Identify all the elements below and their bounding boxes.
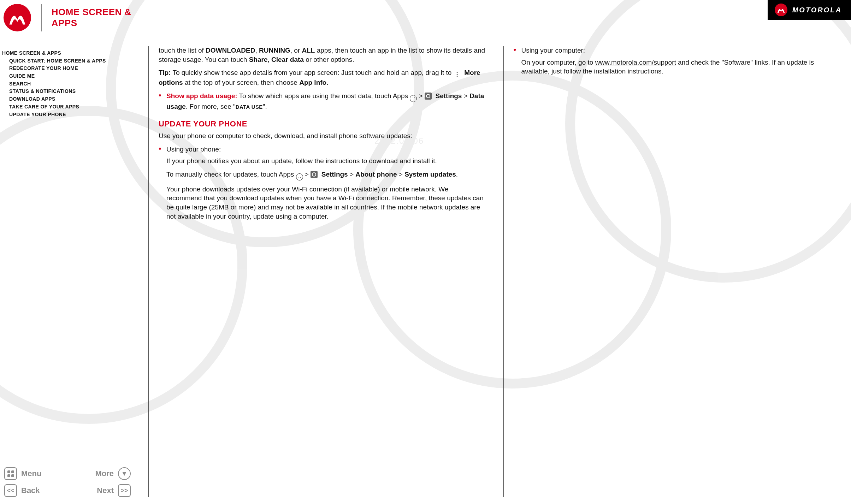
update-your-phone-heading: UPDATE YOUR PHONE (159, 119, 486, 129)
brand-name: MOTOROLA (792, 6, 842, 14)
page-title: HOME SCREEN & APPS (52, 7, 141, 29)
sidebar-item-search[interactable]: SEARCH (2, 80, 138, 88)
more-options-icon: ⋮ (454, 71, 461, 78)
tip-paragraph: Tip: To quickly show these app details f… (159, 68, 486, 87)
phone-update-p1: If your phone notifies you about an upda… (166, 156, 486, 166)
sidebar-item-take-care[interactable]: TAKE CARE OF YOUR APPS (2, 103, 138, 111)
next-button[interactable]: Next >> (71, 484, 131, 497)
more-label: More (95, 469, 114, 478)
sidebar-item-quick-start[interactable]: QUICK START: HOME SCREEN & APPS (2, 57, 138, 65)
header-left: HOME SCREEN & APPS (0, 0, 141, 35)
sidebar-item-update[interactable]: UPDATE YOUR PHONE (2, 111, 138, 119)
menu-label: Menu (21, 469, 41, 478)
phone-update-p3: Your phone downloads updates over your W… (166, 185, 486, 221)
motorola-logo-icon (4, 4, 31, 31)
more-button[interactable]: More ▼ (71, 467, 131, 480)
column-2: Using your computer: On your computer, g… (503, 46, 844, 497)
update-intro: Use your phone or computer to check, dow… (159, 131, 486, 141)
back-icon: << (4, 484, 17, 497)
using-your-phone-item: Using your phone: If your phone notifies… (159, 145, 486, 221)
menu-button[interactable]: Menu (4, 467, 64, 480)
sidebar-item-guide-me[interactable]: GUIDE ME (2, 72, 138, 80)
sidebar-item-redecorate[interactable]: REDECORATE YOUR HOME (2, 65, 138, 72)
phone-update-p2: To manually check for updates, touch App… (166, 170, 486, 180)
back-label: Back (21, 486, 40, 495)
sidebar-heading[interactable]: HOME SCREEN & APPS (2, 49, 138, 57)
more-icon: ▼ (118, 467, 131, 480)
header-right: MOTOROLA (141, 0, 851, 35)
using-your-computer-item: Using your computer: On your computer, g… (514, 46, 841, 76)
motorola-logo-small-icon (775, 4, 787, 16)
computer-update-p: On your computer, go to www.motorola.com… (521, 58, 841, 76)
footer-nav: Menu More ▼ << Back Next >> (0, 469, 141, 504)
sidebar-item-status[interactable]: STATUS & NOTIFICATIONS (2, 88, 138, 95)
header-divider (41, 4, 42, 31)
next-label: Next (97, 486, 114, 495)
column-1: touch the list of DOWNLOADED, RUNNING, o… (148, 46, 489, 497)
menu-icon (4, 467, 17, 480)
apps-list-paragraph: touch the list of DOWNLOADED, RUNNING, o… (159, 46, 486, 64)
settings-icon (425, 93, 432, 100)
main-content: touch the list of DOWNLOADED, RUNNING, o… (141, 35, 851, 504)
sidebar-item-download[interactable]: DOWNLOAD APPS (2, 95, 138, 103)
next-icon: >> (118, 484, 131, 497)
settings-icon (311, 171, 318, 178)
apps-icon: ∷ (296, 173, 303, 180)
show-app-data-usage-item: Show app data usage: To show which apps … (159, 91, 486, 111)
brand-bar: MOTOROLA (768, 0, 851, 20)
support-link[interactable]: www.motorola.com/support (595, 59, 676, 66)
apps-icon: ∷ (410, 95, 417, 102)
sidebar: HOME SCREEN & APPS QUICK START: HOME SCR… (0, 35, 141, 469)
back-button[interactable]: << Back (4, 484, 64, 497)
